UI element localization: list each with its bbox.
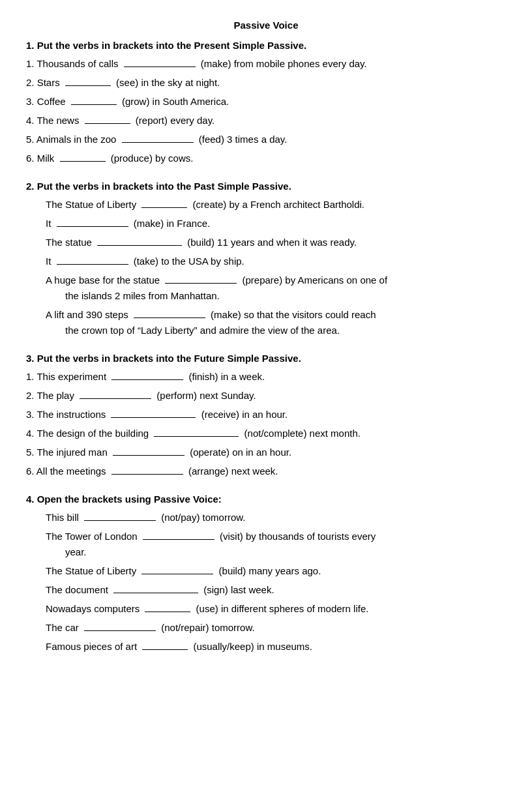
blank-field[interactable] <box>143 539 214 540</box>
blank-field[interactable] <box>113 455 185 456</box>
item-continuation: year. <box>46 544 506 560</box>
blank-field[interactable] <box>57 264 128 265</box>
list-item: 3. Coffee (grow) in South America. <box>26 94 506 110</box>
blank-field[interactable] <box>142 649 188 650</box>
list-item: The Statue of Liberty (build) many years… <box>46 563 506 579</box>
section-4: 4. Open the brackets using Passive Voice… <box>26 494 506 655</box>
list-item: This bill (not/pay) tomorrow. <box>46 510 506 525</box>
list-item: 6. Milk (produce) by cows. <box>26 151 506 166</box>
blank-field[interactable] <box>141 207 187 208</box>
item-continuation: the islands 2 miles from Manhattan. <box>46 288 506 304</box>
list-item: 2. Stars (see) in the sky at night. <box>26 75 506 91</box>
section-2: 2. Put the verbs in brackets into the Pa… <box>26 181 506 338</box>
section-2-title: 2. Put the verbs in brackets into the Pa… <box>26 181 506 192</box>
list-item: It (take) to the USA by ship. <box>46 254 506 269</box>
blank-field[interactable] <box>111 379 183 380</box>
page-title: Passive Voice <box>26 20 506 31</box>
item-num: 4. <box>26 428 35 439</box>
blank-field[interactable] <box>97 245 182 246</box>
section-1-title: 1. Put the verbs in brackets into the Pr… <box>26 40 506 51</box>
list-item: The Statue of Liberty (create) by a Fren… <box>46 197 506 213</box>
section-1: 1. Put the verbs in brackets into the Pr… <box>26 40 506 166</box>
item-num: 5. <box>26 134 35 145</box>
list-item: 5. Animals in the zoo (feed) 3 times a d… <box>26 132 506 147</box>
list-item: A lift and 390 steps (make) so that the … <box>46 307 506 338</box>
blank-field[interactable] <box>71 104 117 105</box>
item-num: 6. <box>26 465 35 477</box>
item-num: 4. <box>26 115 35 126</box>
blank-field[interactable] <box>134 317 205 318</box>
blank-field[interactable] <box>145 612 190 612</box>
blank-field[interactable] <box>80 398 151 399</box>
blank-field[interactable] <box>60 161 106 162</box>
list-item: A huge base for the statue (prepare) by … <box>46 273 506 304</box>
list-item: 2. The play (perform) next Sunday. <box>26 388 506 404</box>
item-num: 2. <box>26 390 35 401</box>
item-num: 5. <box>26 447 35 458</box>
item-num: 1. <box>26 58 35 69</box>
blank-field[interactable] <box>124 66 196 67</box>
blank-field[interactable] <box>84 520 156 521</box>
list-item: It (make) in France. <box>46 216 506 231</box>
list-item: 3. The instructions (receive) in an hour… <box>26 407 506 422</box>
section-4-title: 4. Open the brackets using Passive Voice… <box>26 494 506 505</box>
blank-field[interactable] <box>65 85 111 86</box>
item-num: 1. <box>26 371 35 382</box>
item-num: 3. <box>26 409 35 420</box>
section-1-list: 1. Thousands of calls (make) from mobile… <box>26 56 506 166</box>
section-3-list: 1. This experiment (finish) in a week. 2… <box>26 369 506 479</box>
item-num: 2. <box>26 77 35 88</box>
section-3: 3. Put the verbs in brackets into the Fu… <box>26 353 506 479</box>
item-num: 6. <box>26 153 35 164</box>
list-item: 1. This experiment (finish) in a week. <box>26 369 506 385</box>
item-continuation: the crown top of “Lady Liberty” and admi… <box>46 323 506 338</box>
list-item: 4. The design of the building (not/compl… <box>26 426 506 441</box>
list-item: 1. Thousands of calls (make) from mobile… <box>26 56 506 72</box>
blank-field[interactable] <box>154 436 239 437</box>
list-item: Nowadays computers (use) in different sp… <box>46 601 506 617</box>
list-item: Famous pieces of art (usually/keep) in m… <box>46 639 506 655</box>
list-item: 4. The news (report) every day. <box>26 113 506 128</box>
list-item: The statue (build) 11 years and when it … <box>46 235 506 250</box>
list-item: The Tower of London (visit) by thousands… <box>46 529 506 560</box>
blank-field[interactable] <box>111 474 183 475</box>
blank-field[interactable] <box>165 283 237 284</box>
list-item: The document (sign) last week. <box>46 582 506 598</box>
blank-field[interactable] <box>141 574 213 574</box>
blank-field[interactable] <box>57 226 128 227</box>
blank-field[interactable] <box>113 593 198 593</box>
blank-field[interactable] <box>85 123 130 124</box>
list-item: 6. All the meetings (arrange) next week. <box>26 464 506 479</box>
item-num: 3. <box>26 96 35 107</box>
section-2-list: The Statue of Liberty (create) by a Fren… <box>26 197 506 338</box>
list-item: The car (not/repair) tomorrow. <box>46 620 506 636</box>
section-3-title: 3. Put the verbs in brackets into the Fu… <box>26 353 506 364</box>
blank-field[interactable] <box>122 142 194 143</box>
blank-field[interactable] <box>111 417 196 418</box>
blank-field[interactable] <box>84 630 156 631</box>
list-item: 5. The injured man (operate) on in an ho… <box>26 445 506 460</box>
section-4-list: This bill (not/pay) tomorrow. The Tower … <box>26 510 506 655</box>
